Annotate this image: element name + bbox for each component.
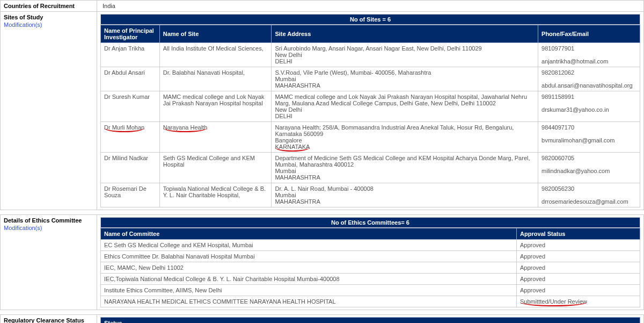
regulatory-cell: Status Approved/Obtained bbox=[97, 315, 644, 324]
col-contact: Phone/Fax/Email bbox=[538, 25, 640, 43]
col-site: Name of Site bbox=[159, 25, 272, 43]
status-text: Submittted/Under Review bbox=[520, 298, 587, 305]
addr: MAMC medical college and Lok Nayak Jai P… bbox=[272, 91, 538, 122]
phone: 9820060705 bbox=[541, 155, 574, 161]
status: Approved bbox=[517, 285, 640, 296]
status: Approved bbox=[517, 262, 640, 274]
contact: 9810977901anjantrikha@hotmail.com bbox=[538, 43, 640, 67]
site: All India Institute Of Medical Sciences, bbox=[159, 43, 272, 67]
pi: Dr Murli Mohan bbox=[101, 122, 160, 153]
row-regulatory: Regulatory Clearance Status from DCGI St… bbox=[1, 315, 644, 324]
row-sites: Sites of Study Modification(s) No of Sit… bbox=[1, 12, 644, 210]
committee: Institute Ethics Committee, AIIMS, New D… bbox=[101, 285, 517, 296]
pi: Dr Anjan Trikha bbox=[101, 43, 160, 67]
label-sites: Sites of Study Modification(s) bbox=[1, 12, 97, 210]
addr-l1: Narayana Health; 258/A, Bommasandra Indu… bbox=[275, 124, 514, 137]
label-ethics: Details of Ethics Committee Modification… bbox=[1, 215, 97, 310]
committee: NARAYANA HEALTH MEDICAL ETHICS COMMITTEE… bbox=[101, 296, 517, 307]
status: Approved bbox=[517, 251, 640, 262]
phone: 9820056230 bbox=[541, 185, 574, 192]
col-committee: Name of Committee bbox=[101, 228, 517, 240]
site: Dr. Balabhai Nanavati Hospital, bbox=[159, 67, 272, 91]
committee: EC Seth GS Medical College and KEM Hospi… bbox=[101, 240, 517, 251]
table-row: Institute Ethics Committee, AIIMS, New D… bbox=[101, 285, 640, 296]
status: Approved bbox=[517, 274, 640, 285]
committee: IEC,Topiwala National Medical College & … bbox=[101, 274, 517, 285]
table-row: Dr Anjan Trikha All India Institute Of M… bbox=[101, 43, 640, 67]
phone: 9810977901 bbox=[541, 45, 574, 52]
site: MAMC medical college and Lok Nayak Jai P… bbox=[159, 91, 272, 122]
phone: 9891158991 bbox=[541, 94, 574, 100]
status: Approved bbox=[517, 240, 640, 251]
phone: 9820812062 bbox=[541, 69, 574, 76]
col-status: Status bbox=[101, 318, 640, 324]
value-countries: India bbox=[97, 1, 644, 12]
status: Submittted/Under Review bbox=[517, 296, 640, 307]
label-ethics-text: Details of Ethics Committee bbox=[4, 217, 82, 224]
addr: Dr. A. L. Nair Road, Mumbai - 400008 Mum… bbox=[272, 183, 538, 207]
link-sites-modifications[interactable]: Modification(s) bbox=[4, 21, 93, 28]
col-addr: Site Address bbox=[272, 25, 538, 43]
table-row: NARAYANA HEALTH MEDICAL ETHICS COMMITTEE… bbox=[101, 296, 640, 307]
addr: Sri Aurobindo Marg, Ansari Nagar, Ansari… bbox=[272, 43, 538, 67]
site: Narayana Health bbox=[159, 122, 272, 153]
pi-text: Dr Murli Mohan bbox=[104, 124, 144, 131]
table-row: IEC, MAMC, New Delhi 11002Approved bbox=[101, 262, 640, 274]
sites-table: Name of Principal Investigator Name of S… bbox=[100, 25, 640, 207]
addr-l2: Bangalore bbox=[275, 137, 302, 143]
addr: S.V.Road, Vile Parle (West), Mumbai- 400… bbox=[272, 67, 538, 91]
label-regulatory: Regulatory Clearance Status from DCGI bbox=[1, 315, 97, 324]
addr-l3: KARNATAKA bbox=[275, 143, 310, 150]
table-row: Dr Rosemari De Souza Topiwala National M… bbox=[101, 183, 640, 207]
col-approval: Approval Status bbox=[517, 228, 640, 240]
pi: Dr Suresh Kumar bbox=[101, 91, 160, 122]
table-row: IEC,Topiwala National Medical College & … bbox=[101, 274, 640, 285]
link-ethics-modifications[interactable]: Modification(s) bbox=[4, 225, 93, 231]
ethics-cell: No of Ethics Committees= 6 Name of Commi… bbox=[97, 215, 644, 310]
ethics-table: Name of Committee Approval Status EC Set… bbox=[100, 228, 640, 307]
table-row: Dr Abdul Ansari Dr. Balabhai Nanavati Ho… bbox=[101, 67, 640, 91]
email: anjantrikha@hotmail.com bbox=[541, 58, 608, 64]
table-row: Dr Murli Mohan Narayana Health Narayana … bbox=[101, 122, 640, 153]
committee: Ethics Committee Dr. Balabhai Nanavati H… bbox=[101, 251, 517, 262]
pi: Dr Milind Nadkar bbox=[101, 153, 160, 183]
row-ethics: Details of Ethics Committee Modification… bbox=[1, 215, 644, 310]
contact: 9820812062abdul.ansari@nanavatihospital.… bbox=[538, 67, 640, 91]
email: drskumar31@yahoo.co.in bbox=[541, 106, 609, 113]
email: drrosemariedesouza@gmail.com bbox=[541, 198, 628, 205]
table-row: EC Seth GS Medical College and KEM Hospi… bbox=[101, 240, 640, 251]
col-pi: Name of Principal Investigator bbox=[101, 25, 160, 43]
addr: Department of Medicine Seth GS Medical C… bbox=[272, 153, 538, 183]
table-row: Ethics Committee Dr. Balabhai Nanavati H… bbox=[101, 251, 640, 262]
sites-cell: No of Sites = 6 Name of Principal Invest… bbox=[97, 12, 644, 210]
label-countries: Countries of Recruitment bbox=[1, 1, 97, 12]
email: milindnadkar@yahoo.com bbox=[541, 168, 610, 174]
contact: 9820060705milindnadkar@yahoo.com bbox=[538, 153, 640, 183]
label-sites-text: Sites of Study bbox=[4, 14, 43, 20]
email: bvmuralimohan@gmail.com bbox=[541, 137, 615, 143]
contact: 9820056230drrosemariedesouza@gmail.com bbox=[538, 183, 640, 207]
email: abdul.ansari@nanavatihospital.org bbox=[541, 82, 633, 89]
pi: Dr Rosemari De Souza bbox=[101, 183, 160, 207]
details-table: Countries of Recruitment India Sites of … bbox=[0, 0, 644, 323]
site: Seth GS Medical College and KEM Hospital bbox=[159, 153, 272, 183]
pi: Dr Abdul Ansari bbox=[101, 67, 160, 91]
ethics-header: No of Ethics Committees= 6 bbox=[100, 217, 640, 228]
addr: Narayana Health; 258/A, Bommasandra Indu… bbox=[272, 122, 538, 153]
sites-header: No of Sites = 6 bbox=[100, 14, 640, 25]
row-countries: Countries of Recruitment India bbox=[1, 1, 644, 12]
contact: 9891158991drskumar31@yahoo.co.in bbox=[538, 91, 640, 122]
table-row: Dr Suresh Kumar MAMC medical college and… bbox=[101, 91, 640, 122]
phone: 9844097170 bbox=[541, 124, 574, 131]
contact: 9844097170bvmuralimohan@gmail.com bbox=[538, 122, 640, 153]
committee: IEC, MAMC, New Delhi 11002 bbox=[101, 262, 517, 274]
table-row: Dr Milind Nadkar Seth GS Medical College… bbox=[101, 153, 640, 183]
site-text: Narayana Health bbox=[163, 124, 208, 131]
regulatory-table: Status Approved/Obtained bbox=[100, 317, 640, 323]
site: Topiwala National Medical College & B. Y… bbox=[159, 183, 272, 207]
